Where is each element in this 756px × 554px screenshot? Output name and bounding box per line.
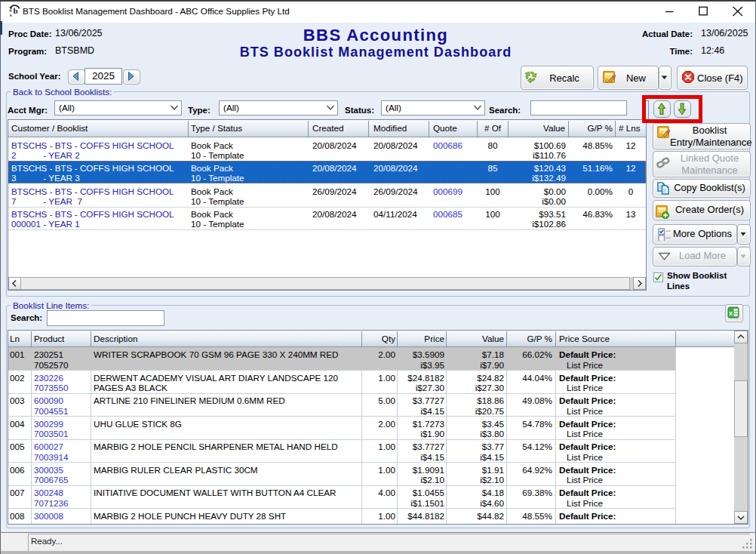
svg-text:s: s <box>10 12 12 17</box>
svg-text:b: b <box>14 6 18 15</box>
svg-text:x: x <box>729 309 733 317</box>
